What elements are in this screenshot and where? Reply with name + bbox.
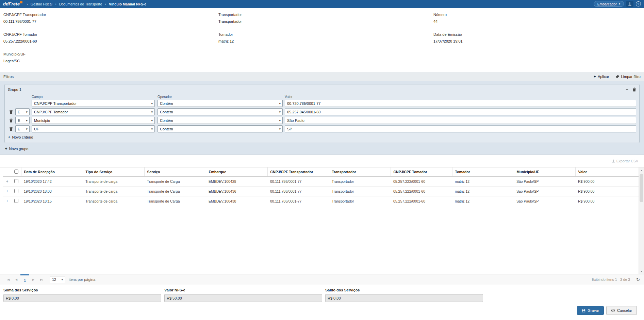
select-all-checkbox[interactable] bbox=[14, 170, 18, 174]
export-csv-button[interactable]: Exportar CSV bbox=[612, 159, 638, 163]
scroll-up-icon[interactable]: ▲ bbox=[639, 167, 644, 173]
embarcador-label: Embarcador bbox=[597, 2, 617, 6]
column-header-cnpj-transportador[interactable]: CNPJ/CPF Transportador bbox=[267, 167, 329, 176]
download-icon bbox=[628, 2, 632, 6]
scrollbar-track[interactable] bbox=[639, 173, 644, 269]
refresh-button[interactable]: ↻ bbox=[636, 277, 640, 282]
filter-group-panel: Grupo 1 − Campo Operador Valor bbox=[4, 84, 640, 143]
breadcrumb-documentos-do-transporte[interactable]: Documentos do Transporte bbox=[59, 2, 102, 6]
field-label: Transportador bbox=[218, 13, 433, 17]
cell-valor: R$ 900,00 bbox=[575, 176, 639, 186]
delete-criterion-button[interactable] bbox=[8, 110, 14, 114]
delete-criterion-button[interactable] bbox=[8, 127, 14, 131]
table-row[interactable]: + 19/10/2020 18:15 Transporte de carga T… bbox=[3, 196, 639, 206]
row-checkbox[interactable] bbox=[14, 199, 18, 203]
expand-row-button[interactable]: + bbox=[6, 179, 8, 184]
chevron-right-icon: › bbox=[55, 2, 56, 6]
column-header-cnpj-tomador[interactable]: CNPJ/CPF Tomador bbox=[391, 167, 452, 176]
campo-select[interactable]: CNPJ/CPF Transportador ▾ bbox=[32, 100, 155, 107]
export-csv-label: Exportar CSV bbox=[616, 159, 638, 163]
scrollbar-thumb[interactable] bbox=[640, 174, 643, 202]
operador-select[interactable]: Contém ▾ bbox=[158, 108, 283, 115]
cell-embarque: EMBDEV.100438 bbox=[206, 196, 267, 206]
collapse-group-button[interactable]: − bbox=[626, 87, 628, 92]
column-header-data-recepcao[interactable]: Data de Recepção bbox=[21, 167, 83, 176]
info-field-municipio-uf: Município/UF Lages/SC bbox=[3, 52, 218, 63]
trash-icon bbox=[9, 127, 13, 131]
plus-icon: + bbox=[8, 135, 11, 139]
topbar-actions: Embarcador ▾ ? bbox=[594, 1, 641, 7]
delete-criterion-button[interactable] bbox=[8, 118, 14, 123]
table-row[interactable]: + 19/10/2020 17:42 Transporte de carga T… bbox=[3, 176, 639, 186]
valor-input[interactable] bbox=[285, 125, 636, 132]
operador-select[interactable]: Contém ▾ bbox=[158, 125, 283, 132]
column-label-campo: Campo bbox=[32, 95, 155, 99]
valor-input[interactable] bbox=[285, 108, 636, 115]
column-header-tomador[interactable]: Tomador bbox=[452, 167, 514, 176]
help-button[interactable]: ? bbox=[636, 1, 641, 6]
current-page-button[interactable]: 1 bbox=[20, 274, 29, 285]
page-size-select[interactable]: 12 ▾ bbox=[50, 276, 65, 283]
chevron-down-icon: ▾ bbox=[619, 2, 620, 5]
field-label: Data de Emissão bbox=[433, 32, 641, 36]
operador-select[interactable]: Contém ▾ bbox=[158, 100, 283, 107]
expand-row-button[interactable]: + bbox=[6, 199, 8, 204]
campo-select-value: Município bbox=[34, 118, 50, 123]
delete-group-button[interactable] bbox=[632, 87, 636, 92]
scroll-down-icon[interactable]: ▼ bbox=[639, 269, 644, 274]
logic-select-value: E bbox=[18, 118, 20, 123]
play-icon: ▶ bbox=[594, 75, 596, 78]
soma-servicos-input[interactable] bbox=[3, 294, 161, 302]
bottom-divider bbox=[0, 318, 644, 320]
embarcador-dropdown[interactable]: Embarcador ▾ bbox=[594, 1, 624, 7]
column-header-municipio-uf[interactable]: Município/UF bbox=[514, 167, 575, 176]
row-checkbox[interactable] bbox=[14, 189, 18, 193]
logic-select-value: E bbox=[18, 127, 20, 131]
campo-select[interactable]: CNPJ/CPF Tomador ▾ bbox=[32, 108, 155, 115]
logic-operator-select[interactable]: E ▾ bbox=[15, 117, 30, 124]
save-label: Gravar bbox=[588, 308, 599, 313]
column-header-transportador[interactable]: Transportador bbox=[329, 167, 391, 176]
soma-servicos-field: Soma dos Serviços bbox=[3, 288, 161, 302]
vertical-scrollbar[interactable]: ▲ ▼ bbox=[639, 167, 644, 274]
next-page-button[interactable]: ▶ bbox=[29, 275, 37, 285]
last-page-button[interactable]: ▶| bbox=[37, 275, 46, 285]
valor-input[interactable] bbox=[285, 100, 636, 107]
save-button[interactable]: Gravar bbox=[577, 306, 604, 315]
column-header-servico[interactable]: Serviço bbox=[144, 167, 206, 176]
logic-operator-select[interactable]: E ▾ bbox=[15, 125, 30, 132]
valor-nfse-input[interactable] bbox=[164, 294, 322, 302]
download-icon bbox=[612, 159, 615, 163]
column-header-valor[interactable]: Valor bbox=[575, 167, 639, 176]
cancel-button[interactable]: Cancelar bbox=[606, 306, 637, 315]
help-icon: ? bbox=[638, 2, 639, 6]
first-page-button[interactable]: |◀ bbox=[4, 275, 12, 285]
column-header-tipo-servico[interactable]: Tipo do Serviço bbox=[83, 167, 144, 176]
breadcrumb-gestao-fiscal[interactable]: Gestão Fiscal bbox=[31, 2, 52, 6]
operador-select-value: Contém bbox=[160, 101, 173, 106]
campo-select[interactable]: Município ▾ bbox=[32, 117, 155, 124]
add-group-button[interactable]: + Novo grupo bbox=[5, 146, 28, 151]
chevron-down-icon: ▾ bbox=[26, 127, 28, 131]
add-criterion-button[interactable]: + Novo critério bbox=[8, 135, 33, 139]
campo-select-value: UF bbox=[34, 127, 39, 131]
campo-select[interactable]: UF ▾ bbox=[32, 125, 155, 132]
valor-input[interactable] bbox=[285, 117, 636, 124]
column-header-embarque[interactable]: Embarque bbox=[206, 167, 267, 176]
download-button[interactable] bbox=[626, 1, 633, 7]
info-field-data-emissao: Data de Emissão 17/07/2020 19:01 bbox=[433, 32, 641, 43]
saldo-servicos-input[interactable] bbox=[325, 294, 483, 302]
app-logo[interactable]: ddFrete bbox=[3, 1, 22, 6]
select-column-header bbox=[12, 167, 21, 176]
cancel-label: Cancelar bbox=[617, 308, 632, 313]
cell-servico: Transporte de Carga bbox=[144, 196, 206, 206]
apply-filter-button[interactable]: ▶ Aplicar bbox=[594, 75, 609, 79]
clear-filter-button[interactable]: Limpar filtro bbox=[615, 75, 641, 79]
expand-row-button[interactable]: + bbox=[6, 189, 8, 194]
logic-operator-select[interactable]: E ▾ bbox=[15, 108, 30, 115]
previous-page-button[interactable]: ◀ bbox=[12, 275, 20, 285]
operador-select[interactable]: Contém ▾ bbox=[158, 117, 283, 124]
row-checkbox[interactable] bbox=[14, 179, 18, 183]
table-row[interactable]: + 19/10/2020 18:03 Transporte de carga T… bbox=[3, 186, 639, 196]
filter-column-headers: Campo Operador Valor bbox=[8, 93, 636, 99]
